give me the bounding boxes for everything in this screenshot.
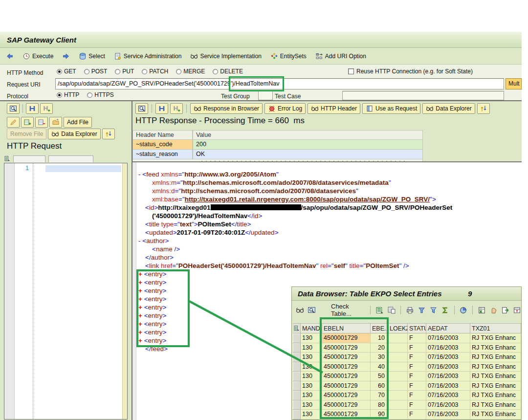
row-selector-cell[interactable] [293,343,301,353]
upload-button[interactable] [49,117,62,128]
column-header-mandt[interactable]: MANDT [301,323,322,333]
table-row[interactable]: 130450000172990F07/16/2003RJ TXG Enhanc [293,410,521,420]
column-header-ebeln[interactable]: EBELN [322,323,371,333]
row-selector-cell[interactable] [293,391,301,400]
column-header-loekz[interactable]: LOEKZ [388,323,408,333]
sort-descending-button[interactable] [418,306,426,314]
export-icon [501,306,509,314]
entitysets-button[interactable]: EntitySets [270,52,307,60]
error-log-button[interactable]: Error Log [264,103,306,114]
button-label: HTTP Header [321,105,357,112]
excel-button[interactable] [478,306,486,314]
column-header-statu[interactable]: STATU [408,323,426,333]
xml-entry-line[interactable]: + <entry> [138,270,452,278]
calendar-button[interactable] [513,306,521,314]
use-as-request-button[interactable]: Use as Request [362,103,420,114]
header-row[interactable]: ~status_reasonOK [132,150,423,159]
test-case-input[interactable] [342,91,504,100]
response-in-browser-button[interactable]: Response in Browser [190,103,263,114]
arrow-left-button[interactable] [6,52,14,60]
radio-icon [213,69,218,74]
export-button[interactable] [501,306,509,314]
row-selector-cell[interactable] [293,362,301,372]
row-selector-cell[interactable] [293,372,301,381]
xml-entry-line[interactable]: + <entry> [138,278,452,287]
radio-post[interactable]: POST [84,68,108,75]
radio-get[interactable]: GET [57,68,76,75]
glasses-button[interactable] [296,306,304,314]
request-data-explorer-button[interactable]: Data Explorer [48,129,100,139]
radio-icon [57,69,62,74]
radio-patch[interactable]: PATCH [142,68,168,75]
swap-panels-button[interactable] [102,129,115,139]
find-window-button[interactable] [135,103,148,114]
header-row[interactable]: ~status_code200 [132,140,423,150]
table-row[interactable]: 130450000172920F07/16/2003RJ TXG Enhanc [293,343,521,353]
find-next-button[interactable] [170,103,183,114]
find-window-button[interactable] [7,103,20,114]
arrow-right-button[interactable] [62,52,70,60]
test-group-input[interactable] [258,91,273,100]
column-header-aedat[interactable]: AEDAT [426,323,470,333]
remove-file-button[interactable]: Remove File [7,129,46,139]
monitor-search-button[interactable] [308,306,316,314]
row-selector-cell[interactable] [293,410,301,420]
table-row[interactable]: 130450000172940F07/16/2003RJ TXG Enhanc [293,362,521,372]
mult-button[interactable]: Mult [506,78,522,89]
cell-loekz [388,381,408,391]
service-administration-button[interactable]: Service Administration [114,52,182,60]
cell-statu: F [408,353,426,362]
radio-put[interactable]: PUT [115,68,134,75]
request-uri-input[interactable]: /sap/opu/odata/sap/ZGW_PO_SRV/POHeaderSe… [55,78,504,89]
find-button[interactable] [26,103,39,114]
table-copy-button[interactable] [387,306,396,314]
printer-button[interactable] [406,306,414,314]
column-header-ebe[interactable]: EBE.. [371,323,388,333]
check-table-button[interactable]: Check Table... [331,303,358,317]
http-header-button[interactable]: HTTP Header [308,103,360,114]
insert-row-button[interactable] [21,117,34,128]
add-file-button[interactable]: Add File [64,117,92,128]
radio-https[interactable]: HTTPS [87,91,113,98]
radio-icon [57,92,62,98]
add-uri-option-button[interactable]: Add URI Option [315,52,366,60]
edit-button[interactable] [7,117,20,128]
execute-button[interactable]: Execute [22,52,53,60]
request-body-editor[interactable]: 1 [4,163,128,420]
radio-http[interactable]: HTTP [57,91,79,98]
pie-chart-button[interactable] [459,306,467,314]
toolbar-label: Execute [32,53,53,60]
select-button[interactable]: Select [79,52,105,60]
toolbar-separator [186,104,187,113]
reuse-http-connection-checkbox[interactable]: Reuse HTTP Connection (e.g. for Soft Sta… [348,68,473,75]
row-selector-cell[interactable] [293,333,301,343]
radio-delete[interactable]: DELETE [213,68,243,75]
table-row[interactable]: 130450000172980F07/16/2003RJ TXG Enhanc [293,400,521,410]
select-all-header-cell[interactable] [293,323,301,333]
swap-panels-button[interactable] [477,103,490,114]
hand-button[interactable] [489,306,498,314]
find-next-button[interactable] [40,103,53,114]
table-list-button[interactable] [375,306,384,314]
glasses-icon [194,105,201,112]
row-selector-cell[interactable] [293,353,301,362]
cell-txz01: RJ TXG Enhanc [470,353,521,362]
row-selector-cell[interactable] [293,400,301,410]
column-header-txz01[interactable]: TXZ01 [470,323,521,333]
service-implementation-button[interactable]: Service Implementation [190,52,261,60]
data-explorer-button[interactable]: Data Explorer [422,103,475,114]
table-row[interactable]: 130450000172960F07/16/2003RJ TXG Enhanc [293,381,521,391]
table-row[interactable]: 130450000172950F07/16/2003RJ TXG Enhanc [293,372,521,381]
table-row[interactable]: 130450000172930F07/16/2003RJ TXG Enhanc [293,353,521,362]
find-button[interactable] [155,103,168,114]
sum-button[interactable] [441,306,449,314]
radio-label: GET [64,68,76,75]
delete-row-button[interactable] [35,117,48,128]
cell-txz01: RJ TXG Enhanc [470,391,521,400]
table-row[interactable]: 130450000172970F07/16/2003RJ TXG Enhanc [293,391,521,400]
row-selector-cell[interactable] [293,381,301,391]
table-row[interactable]: 130450000172910F07/16/2003RJ TXG Enhanc [293,333,521,343]
radio-merge[interactable]: MERGE [176,68,205,75]
filter-button[interactable] [429,306,438,314]
editor-scrollbar[interactable] [122,163,127,419]
